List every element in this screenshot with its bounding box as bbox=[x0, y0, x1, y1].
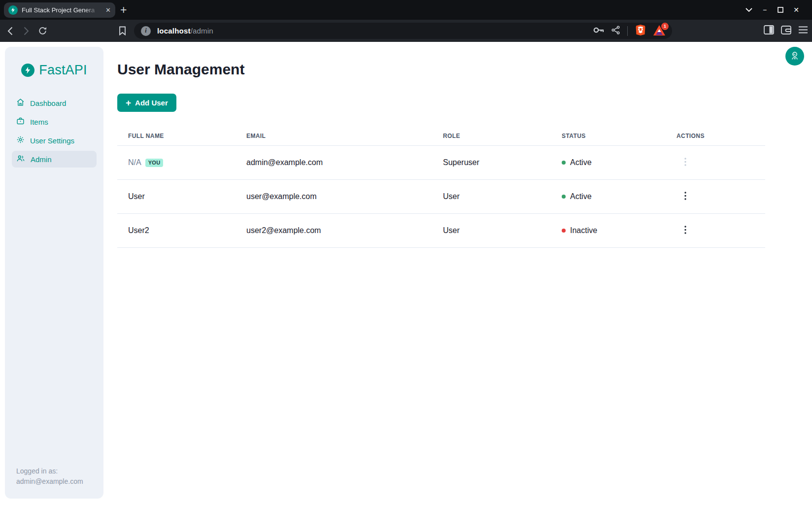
cell-status: Active bbox=[562, 192, 677, 201]
cell-role: User bbox=[443, 192, 562, 201]
url-path: /admin bbox=[191, 27, 213, 35]
sidebar-item-label: User Settings bbox=[30, 136, 74, 145]
col-header-status: STATUS bbox=[562, 133, 677, 139]
fastapi-logo: FastAPI bbox=[5, 47, 103, 78]
sidebar-item-label: Admin bbox=[31, 155, 52, 164]
cell-email: user2@example.com bbox=[246, 226, 443, 235]
table-row: User user@example.com User Active bbox=[117, 180, 765, 214]
col-header-email: EMAIL bbox=[246, 133, 443, 139]
sidebar-item-items[interactable]: Items bbox=[12, 113, 97, 130]
briefcase-icon bbox=[16, 117, 25, 127]
page-content: FastAPI Dashboard Items bbox=[0, 42, 812, 505]
maximize-button[interactable] bbox=[777, 7, 784, 13]
row-actions-menu-button[interactable] bbox=[682, 224, 688, 237]
col-header-full-name: FULL NAME bbox=[117, 133, 246, 139]
cell-email: user@example.com bbox=[246, 192, 443, 201]
sidebar-nav: Dashboard Items User Settings bbox=[5, 95, 103, 168]
bookmark-icon[interactable] bbox=[119, 26, 126, 37]
rewards-notification-badge: 1 bbox=[661, 23, 669, 30]
gear-icon bbox=[16, 135, 25, 145]
table-row: User2 user2@example.com User Inactive bbox=[117, 214, 765, 248]
table-row: N/AYOU admin@example.com Superuser Activ… bbox=[117, 146, 765, 180]
cell-actions bbox=[677, 224, 765, 237]
browser-window: Full Stack Project Genera ✕ + − ✕ bbox=[0, 0, 812, 505]
window-close-button[interactable]: ✕ bbox=[792, 6, 800, 14]
logged-in-info: Logged in as: admin@example.com bbox=[16, 466, 83, 487]
new-tab-button[interactable]: + bbox=[120, 3, 127, 17]
tab-close-icon[interactable]: ✕ bbox=[105, 7, 111, 13]
fastapi-logo-icon bbox=[21, 64, 34, 77]
url-bar[interactable]: i localhost/admin 1 bbox=[134, 23, 672, 39]
tab-search-chevron-icon[interactable] bbox=[745, 8, 753, 12]
cell-actions bbox=[677, 156, 765, 169]
col-header-role: ROLE bbox=[443, 133, 562, 139]
status-label: Active bbox=[570, 158, 592, 167]
page-title: User Management bbox=[117, 61, 244, 78]
tab-bar: Full Stack Project Genera ✕ + − ✕ bbox=[0, 0, 812, 20]
home-icon bbox=[16, 98, 25, 108]
logged-in-email: admin@example.com bbox=[16, 476, 83, 487]
table-header-row: FULL NAME EMAIL ROLE STATUS ACTIONS bbox=[117, 126, 765, 146]
sidebar-toggle-icon[interactable] bbox=[764, 25, 774, 36]
share-icon[interactable] bbox=[611, 26, 620, 36]
sidebar-item-label: Dashboard bbox=[30, 99, 66, 107]
status-label: Active bbox=[570, 192, 592, 201]
forward-button[interactable] bbox=[21, 27, 31, 35]
sidebar-item-admin[interactable]: Admin bbox=[12, 151, 97, 168]
cell-role: Superuser bbox=[443, 158, 562, 167]
fastapi-logo-text: FastAPI bbox=[39, 63, 87, 78]
add-user-label: Add User bbox=[135, 99, 168, 107]
minimize-button[interactable]: − bbox=[761, 6, 769, 14]
cell-actions bbox=[677, 190, 765, 203]
menu-hamburger-icon[interactable] bbox=[798, 26, 808, 35]
user-menu-button[interactable] bbox=[785, 47, 804, 66]
sidebar-item-label: Items bbox=[30, 118, 48, 126]
status-dot bbox=[562, 161, 566, 165]
cell-email: admin@example.com bbox=[246, 158, 443, 167]
status-dot bbox=[562, 195, 566, 199]
plus-icon: + bbox=[126, 98, 131, 107]
browser-tab[interactable]: Full Stack Project Genera ✕ bbox=[4, 2, 115, 18]
browser-toolbar: i localhost/admin 1 bbox=[0, 20, 812, 42]
row-actions-menu-button[interactable] bbox=[682, 190, 688, 203]
status-dot bbox=[562, 229, 566, 233]
url-host: localhost bbox=[157, 27, 191, 35]
cell-status: Active bbox=[562, 158, 677, 167]
brave-rewards-icon[interactable]: 1 bbox=[653, 25, 665, 37]
logged-in-label: Logged in as: bbox=[16, 466, 83, 476]
fastapi-favicon-icon bbox=[8, 5, 18, 15]
cell-role: User bbox=[443, 226, 562, 235]
users-icon bbox=[16, 154, 25, 164]
brave-shields-icon[interactable] bbox=[635, 24, 646, 38]
url-text: localhost/admin bbox=[157, 27, 213, 35]
sidebar: FastAPI Dashboard Items bbox=[5, 47, 103, 499]
sidebar-item-dashboard[interactable]: Dashboard bbox=[12, 95, 97, 111]
toolbar-divider bbox=[627, 26, 628, 36]
cell-status: Inactive bbox=[562, 226, 677, 235]
tab-title: Full Stack Project Genera bbox=[22, 6, 102, 14]
cell-full-name: N/AYOU bbox=[117, 158, 246, 167]
reload-button[interactable] bbox=[37, 26, 47, 35]
user-astronaut-icon bbox=[790, 51, 800, 62]
users-table: FULL NAME EMAIL ROLE STATUS ACTIONS N/AY… bbox=[117, 126, 765, 248]
password-key-icon[interactable] bbox=[593, 27, 604, 35]
you-badge: YOU bbox=[145, 159, 164, 167]
site-info-icon[interactable]: i bbox=[141, 26, 151, 36]
back-button[interactable] bbox=[5, 27, 15, 35]
row-actions-menu-button[interactable] bbox=[682, 156, 688, 169]
wallet-icon[interactable] bbox=[781, 26, 791, 36]
cell-full-name: User2 bbox=[117, 226, 246, 235]
add-user-button[interactable]: + Add User bbox=[117, 94, 176, 112]
status-label: Inactive bbox=[570, 226, 597, 235]
col-header-actions: ACTIONS bbox=[677, 133, 765, 139]
sidebar-item-user-settings[interactable]: User Settings bbox=[12, 132, 97, 149]
cell-full-name: User bbox=[117, 192, 246, 201]
